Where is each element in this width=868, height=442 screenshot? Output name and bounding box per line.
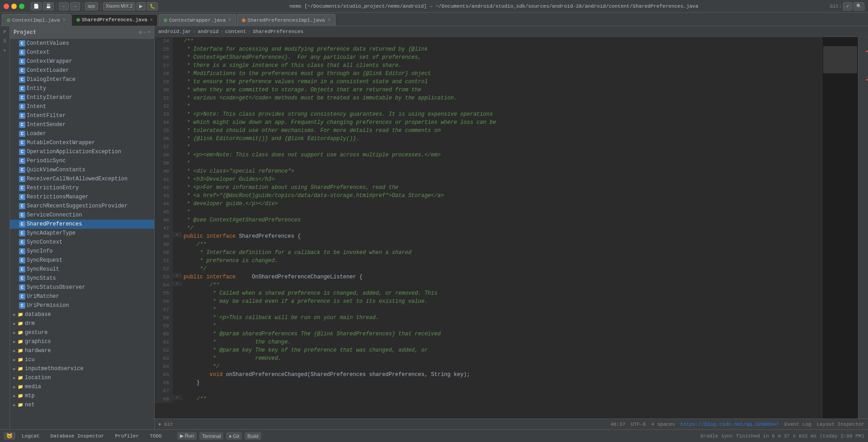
line-text[interactable]: * @param key The key of the preference t… bbox=[182, 346, 822, 354]
line-text[interactable]: public interface OnSharedPreferenceChang… bbox=[182, 273, 822, 281]
line-text[interactable]: * to ensure the preference values remain… bbox=[182, 78, 822, 86]
line-text[interactable]: * bbox=[182, 159, 822, 167]
line-text[interactable]: * Interface for accessing and modifying … bbox=[182, 45, 822, 53]
line-text[interactable]: * tolerated should use other mechanisms.… bbox=[182, 127, 822, 135]
tree-item-ReceiverCallNotAllowedException[interactable]: CReceiverCallNotAllowedException bbox=[10, 174, 154, 183]
expand-icon[interactable]: ↔ bbox=[143, 29, 146, 35]
tree-item-ServiceConnection[interactable]: CServiceConnection bbox=[10, 211, 154, 220]
tree-item-ContentValues[interactable]: CContentValues bbox=[10, 39, 154, 48]
line-text[interactable]: * bbox=[182, 102, 822, 110]
line-text[interactable]: * @param sharedPreferences The {@link Sh… bbox=[182, 330, 822, 338]
favorites-icon[interactable]: ★ bbox=[1, 46, 9, 54]
forward-button[interactable]: → bbox=[70, 2, 80, 10]
tree-item-net[interactable]: ▶📁net bbox=[10, 400, 154, 409]
line-text[interactable]: * <a href="{@docRoot}guide/topics/data/d… bbox=[182, 192, 822, 200]
line-text[interactable]: * bbox=[182, 322, 822, 330]
tree-item-hardware[interactable]: ▶📁hardware bbox=[10, 346, 154, 355]
tree-item-SyncStatusObserver[interactable]: CSyncStatusObserver bbox=[10, 283, 154, 292]
back-button[interactable]: ← bbox=[59, 2, 69, 10]
structure-icon[interactable]: S bbox=[1, 37, 9, 45]
tree-item-inputmethodservice[interactable]: ▶📁inputmethodservice bbox=[10, 364, 154, 373]
line-text[interactable]: * <h3>Developer Guides</h3> bbox=[182, 175, 822, 183]
line-text[interactable]: * <p>For more information about using Sh… bbox=[182, 183, 822, 192]
line-text[interactable]: * various <code>get</code> methods must … bbox=[182, 94, 822, 102]
tree-item-QuickViewConstants[interactable]: CQuickViewConstants bbox=[10, 165, 154, 174]
line-text[interactable]: /** bbox=[182, 395, 822, 403]
line-text[interactable]: * there is a single instance of this cla… bbox=[182, 61, 822, 70]
tree-item-EntityIterator[interactable]: CEntityIterator bbox=[10, 93, 154, 102]
debug-button[interactable]: 🐛 bbox=[147, 2, 158, 10]
breadcrumb-content[interactable]: content bbox=[225, 29, 246, 34]
line-text[interactable]: * Context#getSharedPreferences}. For any… bbox=[182, 53, 822, 61]
fold-icon[interactable]: ▾ bbox=[176, 232, 178, 237]
line-text[interactable]: * <p>Note: This class provides strong co… bbox=[182, 110, 822, 118]
run-action-button[interactable]: ▶ Run bbox=[177, 432, 197, 440]
line-text[interactable]: */ bbox=[182, 224, 822, 232]
bottom-tab-profiler[interactable]: Profiler bbox=[110, 433, 143, 440]
tab-sharedpreferencesimpl[interactable]: SharedPreferencesImpl.java × bbox=[237, 14, 335, 26]
tree-item-SyncContext[interactable]: CSyncContext bbox=[10, 238, 154, 247]
gutter-col[interactable]: ▾ bbox=[173, 281, 182, 286]
fold-icon[interactable]: ▾ bbox=[176, 395, 178, 400]
link-status[interactable]: https://blog.csdn.net/qq_32086647 bbox=[680, 422, 779, 427]
tab-close-contextwrapper[interactable]: × bbox=[228, 18, 231, 23]
tree-item-DialogInterface[interactable]: CDialogInterface bbox=[10, 75, 154, 84]
line-text[interactable]: * <p>This callback will be run on your m… bbox=[182, 314, 822, 322]
code-editor[interactable]: 24/**25 * Interface for accessing and mo… bbox=[155, 37, 822, 418]
line-text[interactable]: * removed. bbox=[182, 354, 822, 362]
tree-item-mtp[interactable]: ▶📁mtp bbox=[10, 391, 154, 400]
line-text[interactable]: public interface SharedPreferences { bbox=[182, 232, 822, 240]
tree-item-SyncInfo[interactable]: CSyncInfo bbox=[10, 247, 154, 256]
line-text[interactable]: * may be called even if a preference is … bbox=[182, 297, 822, 306]
maximize-button[interactable] bbox=[19, 4, 24, 9]
event-log[interactable]: Event Log bbox=[784, 422, 811, 427]
tab-contextwrapper[interactable]: ContextWrapper.java × bbox=[159, 14, 236, 26]
tab-close-sharedpreferencesimpl[interactable]: × bbox=[328, 18, 330, 23]
tree-item-Entity[interactable]: CEntity bbox=[10, 84, 154, 93]
line-text[interactable]: * when they are committed to storage. Ob… bbox=[182, 86, 822, 94]
tree-item-SyncAdapterType[interactable]: CSyncAdapterType bbox=[10, 229, 154, 238]
line-text[interactable]: * Called when a shared preference is cha… bbox=[182, 289, 822, 297]
git-checkmark[interactable]: ✓ bbox=[843, 2, 852, 10]
tree-item-SyncResult[interactable]: CSyncResult bbox=[10, 265, 154, 274]
tree-item-IntentSender[interactable]: CIntentSender bbox=[10, 120, 154, 129]
tree-item-MutableContextWrapper[interactable]: CMutableContextWrapper bbox=[10, 138, 154, 147]
search-everywhere[interactable]: 🔍 bbox=[854, 2, 864, 10]
save-button[interactable]: 💾 bbox=[43, 2, 54, 10]
tree-item-UriPermission[interactable]: CUriPermission bbox=[10, 301, 154, 310]
tab-close-contextimpl[interactable]: × bbox=[63, 18, 66, 23]
minimize-button[interactable] bbox=[11, 4, 17, 9]
line-text[interactable]: * @see Context#getSharedPreferences bbox=[182, 216, 822, 224]
tab-sharedpreferences[interactable]: SharedPreferences.java × bbox=[71, 14, 158, 26]
fold-icon[interactable]: ▾ bbox=[176, 273, 178, 278]
line-text[interactable]: * bbox=[182, 306, 822, 314]
gutter-col[interactable]: ▾ bbox=[173, 273, 182, 278]
tab-close-sharedpreferences[interactable]: × bbox=[150, 18, 153, 23]
fold-icon[interactable]: ▾ bbox=[176, 281, 178, 286]
breadcrumb-android[interactable]: android bbox=[198, 29, 218, 34]
line-text[interactable]: * the change. bbox=[182, 338, 822, 346]
tree-item-RestrictionEntry[interactable]: CRestrictionEntry bbox=[10, 183, 154, 193]
line-text[interactable]: * developer guide.</p></div> bbox=[182, 200, 822, 208]
line-text[interactable]: * preference is changed. bbox=[182, 257, 822, 265]
tree-item-location[interactable]: ▶📁location bbox=[10, 373, 154, 382]
tree-item-ContextLoader[interactable]: CContextLoader bbox=[10, 66, 154, 75]
tree-item-UriMatcher[interactable]: CUriMatcher bbox=[10, 292, 154, 301]
settings-icon[interactable]: ⚙ bbox=[139, 29, 142, 35]
line-text[interactable]: */ bbox=[182, 265, 822, 273]
gutter-col[interactable]: ▾ bbox=[173, 232, 182, 237]
line-text[interactable]: */ bbox=[182, 362, 822, 371]
line-text[interactable]: * bbox=[182, 208, 822, 216]
tree-item-OperationApplicationException[interactable]: COperationApplicationException bbox=[10, 147, 154, 156]
tree-item-gesture[interactable]: ▶📁gesture bbox=[10, 328, 154, 337]
file-new-button[interactable]: 📄 bbox=[31, 2, 42, 10]
bottom-tab-todo[interactable]: TODO bbox=[145, 433, 166, 440]
line-text[interactable]: * {@link Editor#commit()} and {@link Edi… bbox=[182, 135, 822, 143]
git-button[interactable]: ♦ Git bbox=[226, 432, 242, 440]
terminal-button[interactable]: Terminal bbox=[199, 432, 224, 440]
tree-item-drm[interactable]: ▶📁drm bbox=[10, 319, 154, 328]
project-icon[interactable]: P bbox=[1, 28, 9, 36]
line-text[interactable]: * bbox=[182, 143, 822, 151]
line-text[interactable]: /** bbox=[182, 240, 822, 249]
line-text[interactable]: * <div class="special reference"> bbox=[182, 167, 822, 175]
